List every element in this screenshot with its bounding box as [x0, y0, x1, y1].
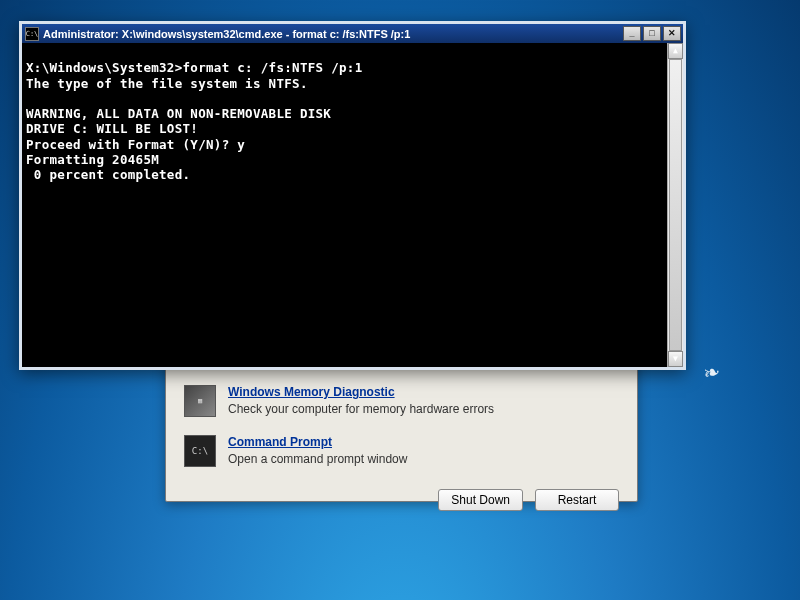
cmd-app-icon: C:\ — [25, 27, 39, 41]
tool-item-command-prompt: C:\ Command Prompt Open a command prompt… — [184, 431, 619, 481]
cmd-line: The type of the file system is NTFS. — [26, 76, 308, 91]
memory-diagnostic-link[interactable]: Windows Memory Diagnostic — [228, 385, 494, 399]
cmd-window: C:\ Administrator: X:\windows\system32\c… — [19, 21, 686, 370]
panel-button-row: Shut Down Restart — [184, 481, 619, 511]
command-prompt-icon: C:\ — [184, 435, 216, 467]
cmd-line: Proceed with Format (Y/N)? y — [26, 137, 245, 152]
cmd-title-bar[interactable]: C:\ Administrator: X:\windows\system32\c… — [22, 24, 683, 43]
restart-button[interactable]: Restart — [535, 489, 619, 511]
scroll-up-button[interactable]: ▲ — [668, 43, 683, 59]
maximize-button[interactable]: □ — [643, 26, 661, 41]
desktop-leaf-decoration: ❧ — [701, 358, 723, 385]
cmd-line: WARNING, ALL DATA ON NON-REMOVABLE DISK — [26, 106, 331, 121]
cmd-line: DRIVE C: WILL BE LOST! — [26, 121, 198, 136]
cmd-output-area[interactable]: X:\Windows\System32>format c: /fs:NTFS /… — [22, 43, 683, 367]
command-prompt-link[interactable]: Command Prompt — [228, 435, 407, 449]
scroll-track[interactable] — [668, 59, 683, 351]
tool-item-memory-diagnostic: ▦ Windows Memory Diagnostic Check your c… — [184, 381, 619, 431]
cmd-line: X:\Windows\System32>format c: /fs:NTFS /… — [26, 60, 363, 75]
cmd-line: Formatting 20465M — [26, 152, 159, 167]
memory-diagnostic-icon: ▦ — [184, 385, 216, 417]
command-prompt-desc: Open a command prompt window — [228, 452, 407, 466]
shutdown-button[interactable]: Shut Down — [438, 489, 523, 511]
minimize-button[interactable]: _ — [623, 26, 641, 41]
cmd-line: 0 percent completed. — [26, 167, 190, 182]
memory-diagnostic-desc: Check your computer for memory hardware … — [228, 402, 494, 416]
close-button[interactable]: ✕ — [663, 26, 681, 41]
scroll-down-button[interactable]: ▼ — [668, 351, 683, 367]
cmd-scrollbar[interactable]: ▲ ▼ — [667, 43, 683, 367]
scroll-thumb[interactable] — [669, 59, 682, 351]
cmd-window-title: Administrator: X:\windows\system32\cmd.e… — [43, 28, 619, 40]
